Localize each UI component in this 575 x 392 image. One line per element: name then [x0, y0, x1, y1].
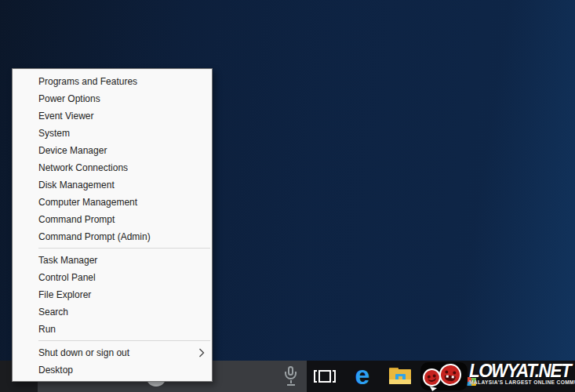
- winx-menu: Programs and Features Power Options Even…: [12, 68, 213, 382]
- lowyat-title: LOWYAT.NET: [469, 361, 570, 379]
- file-explorer-icon: [388, 367, 412, 386]
- menu-separator: [38, 248, 210, 249]
- menu-item-device-manager[interactable]: Device Manager: [13, 142, 212, 159]
- submenu-chevron-icon: [198, 348, 205, 358]
- menu-item-disk-management[interactable]: Disk Management: [13, 176, 212, 194]
- menu-item-task-manager[interactable]: Task Manager: [13, 252, 212, 269]
- menu-item-network-connections[interactable]: Network Connections: [13, 159, 212, 176]
- menu-item-shutdown-or-signout[interactable]: Shut down or sign out: [13, 344, 212, 361]
- menu-item-command-prompt-admin[interactable]: Command Prompt (Admin): [13, 228, 212, 245]
- lowyat-watermark: LOWYAT.NET MALAYSIA'S LARGEST ONLINE COM…: [419, 359, 574, 392]
- menu-item-computer-management[interactable]: Computer Management: [13, 194, 212, 211]
- menu-item-programs-and-features[interactable]: Programs and Features: [13, 73, 212, 90]
- edge-button[interactable]: e: [343, 361, 382, 392]
- lowyat-masks-icon: [420, 361, 469, 392]
- task-view-icon: [314, 369, 336, 384]
- menu-separator: [38, 340, 210, 341]
- menu-item-control-panel[interactable]: Control Panel: [13, 269, 212, 286]
- menu-item-run[interactable]: Run: [13, 321, 212, 338]
- menu-item-desktop[interactable]: Desktop: [13, 361, 212, 379]
- file-explorer-button[interactable]: [382, 361, 418, 392]
- menu-item-command-prompt[interactable]: Command Prompt: [13, 211, 212, 228]
- menu-item-event-viewer[interactable]: Event Viewer: [13, 107, 212, 125]
- menu-item-power-options[interactable]: Power Options: [13, 90, 212, 107]
- menu-item-search[interactable]: Search: [13, 303, 212, 321]
- menu-item-file-explorer[interactable]: File Explorer: [13, 286, 212, 303]
- menu-item-label: Shut down or sign out: [38, 347, 129, 358]
- task-view-button[interactable]: [307, 361, 343, 392]
- edge-icon: e: [355, 361, 370, 388]
- menu-item-system[interactable]: System: [13, 125, 212, 142]
- microphone-icon[interactable]: [284, 366, 298, 387]
- lowyat-wordmark: LOWYAT.NET MALAYSIA'S LARGEST ONLINE COM…: [469, 361, 573, 385]
